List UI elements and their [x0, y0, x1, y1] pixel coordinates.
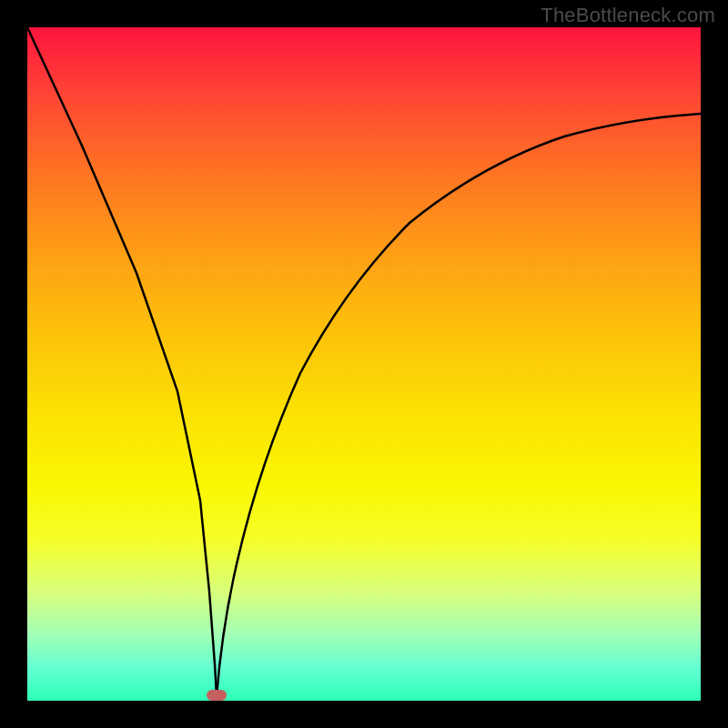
curve-left-branch	[27, 27, 217, 696]
chart-frame: TheBottleneck.com	[0, 0, 728, 728]
watermark-text: TheBottleneck.com	[541, 4, 715, 27]
curve-right-branch	[217, 114, 701, 696]
curve-svg	[27, 27, 701, 701]
minimum-marker	[207, 690, 227, 701]
plot-area	[27, 27, 701, 701]
